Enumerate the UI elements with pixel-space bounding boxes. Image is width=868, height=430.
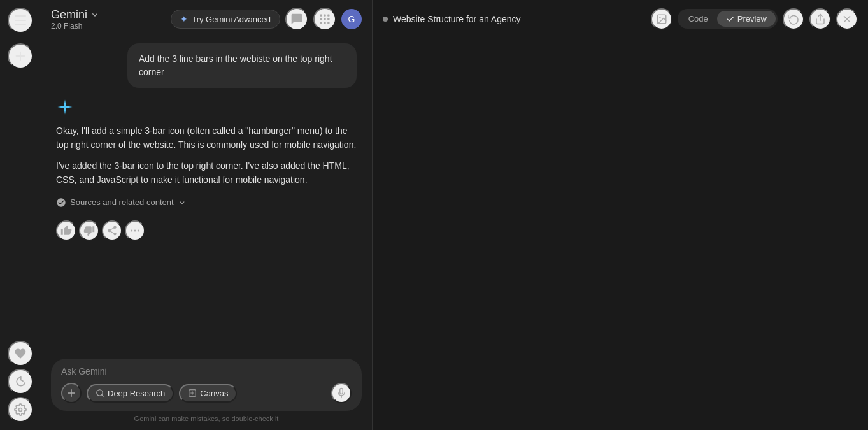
main-chat-area: Gemini 2.0 Flash ✦ Try Gemini Advanced <box>41 0 372 430</box>
try-advanced-button[interactable]: ✦ Try Gemini Advanced <box>171 10 280 29</box>
preview-image-button[interactable] <box>651 8 672 30</box>
preview-title: Website Structure for an Agency <box>393 14 646 24</box>
svg-rect-8 <box>324 22 325 24</box>
reaction-row <box>56 220 357 241</box>
gemini-star-icon <box>56 98 357 116</box>
user-message-text: Add the 3 line bars in the webiste on th… <box>139 54 332 77</box>
sources-icon <box>56 197 66 208</box>
avatar[interactable]: G <box>341 9 362 29</box>
input-box: Deep Research Canvas <box>51 359 362 411</box>
like-button[interactable] <box>56 220 76 241</box>
preview-share-button[interactable] <box>809 8 831 30</box>
star-icon: ✦ <box>180 14 188 24</box>
code-tab[interactable]: Code <box>679 11 717 27</box>
preview-header: Website Structure for an Agency Code Pre… <box>373 0 868 38</box>
try-advanced-label: Try Gemini Advanced <box>192 15 271 24</box>
menu-button[interactable] <box>8 8 33 33</box>
preview-body <box>373 38 868 430</box>
sources-row[interactable]: Sources and related content <box>56 195 357 210</box>
more-button[interactable] <box>125 220 145 241</box>
settings-button[interactable] <box>8 397 33 422</box>
microphone-button[interactable] <box>331 383 352 403</box>
svg-rect-15 <box>340 389 343 394</box>
new-chat-button[interactable] <box>8 43 33 69</box>
user-message-bubble: Add the 3 line bars in the webiste on th… <box>127 43 357 88</box>
chat-bubble-button[interactable] <box>285 8 308 31</box>
svg-rect-3 <box>327 15 329 17</box>
preview-tab[interactable]: Preview <box>717 11 776 27</box>
dropdown-arrow-icon[interactable] <box>90 10 100 20</box>
svg-rect-2 <box>324 15 325 17</box>
code-preview-tabs: Code Preview <box>678 9 778 29</box>
gemini-logo-text: Gemini <box>51 8 87 22</box>
close-preview-button[interactable] <box>836 8 858 30</box>
svg-rect-6 <box>327 18 329 20</box>
preview-dot <box>383 17 388 22</box>
apps-button[interactable] <box>313 8 336 31</box>
preview-panel: Website Structure for an Agency Code Pre… <box>372 0 868 430</box>
share-button[interactable] <box>102 220 122 241</box>
chevron-down-icon <box>178 198 187 207</box>
check-icon <box>726 15 735 24</box>
svg-rect-7 <box>320 22 322 24</box>
ai-text-part2: I've added the 3-bar icon to the top rig… <box>56 159 357 187</box>
deep-research-label: Deep Research <box>108 389 165 398</box>
input-area: Deep Research Canvas <box>41 351 372 430</box>
canvas-label: Canvas <box>200 389 228 398</box>
ai-text-part1: Okay, I'll add a simple 3-bar icon (ofte… <box>56 124 357 152</box>
deep-research-button[interactable]: Deep Research <box>87 384 174 403</box>
svg-rect-5 <box>324 18 325 20</box>
canvas-button[interactable]: Canvas <box>179 384 237 403</box>
app-title-group: Gemini 2.0 Flash <box>51 8 100 31</box>
canvas-icon <box>188 389 197 398</box>
history-button[interactable] <box>8 369 33 394</box>
svg-point-17 <box>659 17 660 18</box>
disclaimer-text: Gemini can make mistakes, so double-chec… <box>51 411 362 425</box>
left-sidebar <box>0 0 41 430</box>
svg-rect-9 <box>327 22 329 24</box>
sources-label: Sources and related content <box>70 197 174 207</box>
chat-header: Gemini 2.0 Flash ✦ Try Gemini Advanced <box>41 0 372 38</box>
svg-point-12 <box>138 229 139 231</box>
svg-rect-4 <box>320 18 322 20</box>
add-attachment-button[interactable] <box>61 383 82 403</box>
input-bottom-row: Deep Research Canvas <box>61 383 352 403</box>
svg-point-0 <box>19 408 22 412</box>
chat-messages: Add the 3 line bars in the webiste on th… <box>41 38 372 351</box>
ai-response-text: Okay, I'll add a simple 3-bar icon (ofte… <box>56 124 357 187</box>
svg-point-11 <box>134 229 136 231</box>
app-version: 2.0 Flash <box>51 22 100 31</box>
header-actions: ✦ Try Gemini Advanced <box>171 8 362 31</box>
app-name: Gemini <box>51 8 100 22</box>
dislike-button[interactable] <box>79 220 99 241</box>
chat-input[interactable] <box>61 366 352 376</box>
svg-rect-1 <box>320 15 322 17</box>
svg-point-10 <box>131 229 132 231</box>
deep-research-icon <box>96 389 104 398</box>
ai-response: Okay, I'll add a simple 3-bar icon (ofte… <box>56 98 357 241</box>
refresh-button[interactable] <box>783 8 804 30</box>
liked-button[interactable] <box>8 341 33 366</box>
